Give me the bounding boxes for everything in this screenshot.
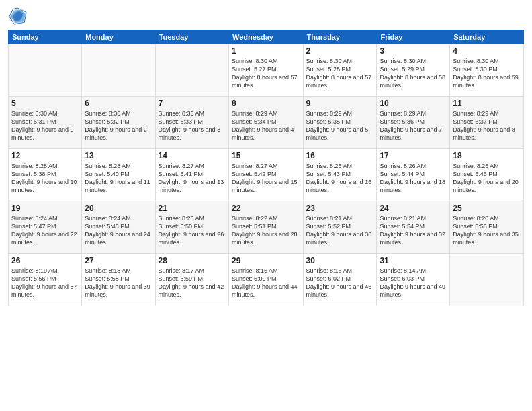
day-number: 12 [11,151,79,161]
calendar-cell: 15Sunrise: 8:27 AM Sunset: 5:42 PM Dayli… [229,149,304,201]
calendar-cell [450,254,524,306]
calendar-cell [155,44,228,97]
day-info: Sunrise: 8:24 AM Sunset: 5:47 PM Dayligh… [11,214,79,247]
calendar-cell: 30Sunrise: 8:15 AM Sunset: 6:02 PM Dayli… [303,254,377,306]
day-info: Sunrise: 8:30 AM Sunset: 5:30 PM Dayligh… [453,57,521,90]
weekday-header-saturday: Saturday [450,30,524,44]
logo [8,7,30,26]
calendar-cell: 10Sunrise: 8:29 AM Sunset: 5:36 PM Dayli… [377,97,450,149]
day-number: 9 [306,99,374,108]
day-info: Sunrise: 8:29 AM Sunset: 5:35 PM Dayligh… [306,109,374,142]
calendar-cell: 16Sunrise: 8:26 AM Sunset: 5:43 PM Dayli… [303,149,377,201]
day-number: 13 [85,151,152,161]
day-info: Sunrise: 8:21 AM Sunset: 5:52 PM Dayligh… [306,214,374,247]
day-number: 17 [380,151,447,161]
day-number: 25 [453,203,521,213]
day-number: 19 [11,203,79,213]
day-info: Sunrise: 8:26 AM Sunset: 5:44 PM Dayligh… [380,162,447,195]
day-number: 27 [85,256,152,265]
weekday-header-tuesday: Tuesday [155,30,228,44]
day-info: Sunrise: 8:30 AM Sunset: 5:31 PM Dayligh… [11,109,79,142]
day-number: 26 [11,256,79,265]
day-info: Sunrise: 8:27 AM Sunset: 5:42 PM Dayligh… [232,162,300,195]
day-number: 28 [159,256,226,265]
calendar-cell: 18Sunrise: 8:25 AM Sunset: 5:46 PM Dayli… [450,149,524,201]
day-info: Sunrise: 8:29 AM Sunset: 5:34 PM Dayligh… [232,109,300,142]
calendar-week-row: 5Sunrise: 8:30 AM Sunset: 5:31 PM Daylig… [9,97,524,149]
day-number: 10 [380,99,447,108]
weekday-header-thursday: Thursday [303,30,377,44]
calendar-cell: 25Sunrise: 8:20 AM Sunset: 5:55 PM Dayli… [450,201,524,254]
day-number: 18 [453,151,521,161]
calendar-cell: 1Sunrise: 8:30 AM Sunset: 5:27 PM Daylig… [229,44,304,97]
day-info: Sunrise: 8:30 AM Sunset: 5:27 PM Dayligh… [232,57,300,90]
calendar-cell: 2Sunrise: 8:30 AM Sunset: 5:28 PM Daylig… [303,44,377,97]
day-info: Sunrise: 8:15 AM Sunset: 6:02 PM Dayligh… [306,267,374,300]
page-header [8,7,524,26]
day-info: Sunrise: 8:25 AM Sunset: 5:46 PM Dayligh… [453,162,521,195]
day-number: 21 [159,203,226,213]
weekday-header-friday: Friday [377,30,450,44]
day-info: Sunrise: 8:30 AM Sunset: 5:28 PM Dayligh… [306,57,374,90]
calendar-cell: 14Sunrise: 8:27 AM Sunset: 5:41 PM Dayli… [155,149,228,201]
calendar-cell: 24Sunrise: 8:21 AM Sunset: 5:54 PM Dayli… [377,201,450,254]
calendar-cell: 3Sunrise: 8:30 AM Sunset: 5:29 PM Daylig… [377,44,450,97]
day-info: Sunrise: 8:29 AM Sunset: 5:37 PM Dayligh… [453,109,521,142]
day-number: 1 [232,46,300,56]
day-number: 15 [232,151,300,161]
calendar-table: SundayMondayTuesdayWednesdayThursdayFrid… [8,30,524,306]
calendar-cell: 22Sunrise: 8:22 AM Sunset: 5:51 PM Dayli… [229,201,304,254]
day-number: 8 [232,99,300,108]
day-info: Sunrise: 8:28 AM Sunset: 5:38 PM Dayligh… [11,162,79,195]
calendar-cell: 23Sunrise: 8:21 AM Sunset: 5:52 PM Dayli… [303,201,377,254]
day-number: 22 [232,203,300,213]
day-number: 16 [306,151,374,161]
day-info: Sunrise: 8:27 AM Sunset: 5:41 PM Dayligh… [159,162,226,195]
calendar-cell: 6Sunrise: 8:30 AM Sunset: 5:32 PM Daylig… [82,97,155,149]
calendar-cell: 7Sunrise: 8:30 AM Sunset: 5:33 PM Daylig… [155,97,228,149]
page-container: SundayMondayTuesdayWednesdayThursdayFrid… [0,0,532,411]
calendar-week-row: 1Sunrise: 8:30 AM Sunset: 5:27 PM Daylig… [9,44,524,97]
calendar-cell: 11Sunrise: 8:29 AM Sunset: 5:37 PM Dayli… [450,97,524,149]
calendar-cell: 5Sunrise: 8:30 AM Sunset: 5:31 PM Daylig… [9,97,82,149]
day-info: Sunrise: 8:28 AM Sunset: 5:40 PM Dayligh… [85,162,152,195]
day-number: 3 [380,46,447,56]
day-info: Sunrise: 8:20 AM Sunset: 5:55 PM Dayligh… [453,214,521,247]
calendar-cell: 31Sunrise: 8:14 AM Sunset: 6:03 PM Dayli… [377,254,450,306]
weekday-header-sunday: Sunday [9,30,82,44]
day-number: 30 [306,256,374,265]
day-info: Sunrise: 8:16 AM Sunset: 6:00 PM Dayligh… [232,267,300,300]
day-number: 24 [380,203,447,213]
day-number: 31 [380,256,447,265]
calendar-cell: 17Sunrise: 8:26 AM Sunset: 5:44 PM Dayli… [377,149,450,201]
calendar-cell: 19Sunrise: 8:24 AM Sunset: 5:47 PM Dayli… [9,201,82,254]
calendar-cell [9,44,82,97]
day-info: Sunrise: 8:18 AM Sunset: 5:58 PM Dayligh… [85,267,152,300]
day-info: Sunrise: 8:19 AM Sunset: 5:56 PM Dayligh… [11,267,79,300]
calendar-cell [82,44,155,97]
day-info: Sunrise: 8:23 AM Sunset: 5:50 PM Dayligh… [159,214,226,247]
day-info: Sunrise: 8:14 AM Sunset: 6:03 PM Dayligh… [380,267,447,300]
day-number: 2 [306,46,374,56]
day-number: 7 [159,99,226,108]
day-number: 4 [453,46,521,56]
day-number: 29 [232,256,300,265]
day-info: Sunrise: 8:29 AM Sunset: 5:36 PM Dayligh… [380,109,447,142]
day-number: 20 [85,203,152,213]
calendar-cell: 8Sunrise: 8:29 AM Sunset: 5:34 PM Daylig… [229,97,304,149]
calendar-cell: 13Sunrise: 8:28 AM Sunset: 5:40 PM Dayli… [82,149,155,201]
day-number: 6 [85,99,152,108]
day-number: 14 [159,151,226,161]
day-info: Sunrise: 8:30 AM Sunset: 5:32 PM Dayligh… [85,109,152,142]
day-number: 11 [453,99,521,108]
calendar-week-row: 26Sunrise: 8:19 AM Sunset: 5:56 PM Dayli… [9,254,524,306]
calendar-week-row: 19Sunrise: 8:24 AM Sunset: 5:47 PM Dayli… [9,201,524,254]
logo-icon [8,7,27,26]
calendar-cell: 29Sunrise: 8:16 AM Sunset: 6:00 PM Dayli… [229,254,304,306]
day-info: Sunrise: 8:26 AM Sunset: 5:43 PM Dayligh… [306,162,374,195]
day-number: 23 [306,203,374,213]
weekday-header-monday: Monday [82,30,155,44]
calendar-cell: 12Sunrise: 8:28 AM Sunset: 5:38 PM Dayli… [9,149,82,201]
day-info: Sunrise: 8:22 AM Sunset: 5:51 PM Dayligh… [232,214,300,247]
day-info: Sunrise: 8:24 AM Sunset: 5:48 PM Dayligh… [85,214,152,247]
